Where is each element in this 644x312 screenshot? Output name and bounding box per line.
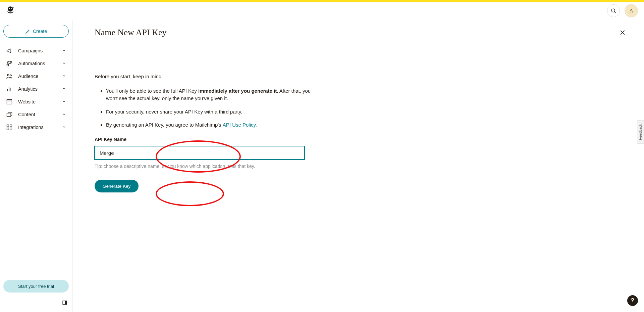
svg-rect-16 — [7, 125, 9, 127]
search-button[interactable] — [607, 4, 620, 17]
notice-item: By generating an API Key, you agree to M… — [106, 121, 314, 129]
svg-line-4 — [614, 11, 615, 13]
feedback-tab[interactable]: Feedback — [637, 120, 644, 144]
nav-integrations[interactable]: Integrations — [0, 121, 72, 134]
svg-point-6 — [10, 61, 12, 62]
chevron-down-icon — [62, 125, 66, 130]
chevron-down-icon — [62, 86, 66, 92]
svg-point-5 — [7, 61, 8, 62]
svg-rect-19 — [10, 128, 12, 130]
search-icon — [611, 8, 616, 14]
notice-item: You'll only be able to see the full API … — [106, 87, 314, 102]
nav-campaigns[interactable]: Campaigns — [0, 44, 72, 57]
svg-rect-15 — [7, 113, 11, 117]
start-trial-button[interactable]: Start your free trial — [3, 280, 69, 293]
megaphone-icon — [6, 47, 13, 54]
chevron-down-icon — [62, 74, 66, 79]
nav-audience[interactable]: Audience — [0, 70, 72, 83]
api-policy-link[interactable]: API Use Policy. — [223, 122, 257, 128]
intro-text: Before you start, keep in mind: — [95, 74, 381, 79]
svg-point-3 — [611, 9, 615, 12]
nav-label: Content — [18, 112, 35, 117]
window-icon — [6, 98, 13, 105]
nav-label: Website — [18, 99, 36, 104]
generate-key-button[interactable]: Generate Key — [95, 180, 139, 192]
svg-rect-7 — [7, 64, 9, 66]
page-title: Name New API Key — [95, 28, 166, 38]
chevron-down-icon — [62, 61, 66, 66]
svg-rect-13 — [7, 99, 12, 104]
nav-list: Campaigns Automations Audience Analytics — [0, 44, 72, 134]
help-button[interactable]: ? — [627, 295, 638, 306]
form-section: Before you start, keep in mind: You'll o… — [72, 45, 381, 192]
bar-chart-icon — [6, 86, 13, 92]
flow-icon — [6, 60, 13, 67]
account-avatar[interactable]: A — [625, 4, 638, 17]
nav-website[interactable]: Website — [0, 95, 72, 108]
svg-rect-17 — [10, 125, 12, 127]
notice-list: You'll only be able to see the full API … — [95, 87, 381, 129]
text: By generating an API Key, you agree to M… — [106, 122, 223, 128]
app-header: A — [0, 2, 644, 20]
svg-point-8 — [7, 74, 9, 76]
main-content: Name New API Key Before you start, keep … — [72, 20, 644, 312]
people-icon — [6, 73, 13, 80]
pencil-icon — [25, 29, 30, 34]
nav-analytics[interactable]: Analytics — [0, 83, 72, 95]
create-button[interactable]: Create — [3, 25, 69, 38]
sidebar: Create Campaigns Automations Audience An… — [0, 20, 72, 312]
layers-icon — [6, 111, 13, 118]
api-key-name-label: API Key Name — [95, 137, 381, 142]
close-icon — [619, 29, 626, 36]
nav-content[interactable]: Content — [0, 108, 72, 121]
api-key-name-input[interactable] — [95, 146, 305, 160]
svg-rect-21 — [65, 301, 67, 305]
text: You'll only be able to see the full API … — [106, 88, 198, 94]
notice-item: For your security, never share your API … — [106, 108, 314, 116]
text-emph: immediately after you generate it. — [198, 88, 278, 94]
chevron-down-icon — [62, 99, 66, 104]
nav-label: Audience — [18, 74, 38, 79]
nav-automations[interactable]: Automations — [0, 57, 72, 70]
nav-label: Analytics — [18, 86, 38, 92]
svg-point-9 — [10, 75, 11, 76]
svg-point-1 — [9, 8, 10, 9]
page-header: Name New API Key — [72, 20, 644, 45]
svg-rect-18 — [7, 128, 9, 130]
grid-icon — [6, 124, 13, 131]
chevron-down-icon — [62, 48, 66, 53]
nav-label: Campaigns — [18, 48, 43, 53]
nav-label: Automations — [18, 61, 45, 66]
close-button[interactable] — [618, 28, 627, 37]
mailchimp-logo[interactable] — [5, 5, 16, 16]
collapse-sidebar-icon[interactable] — [62, 300, 67, 305]
create-label: Create — [33, 29, 47, 34]
nav-label: Integrations — [18, 125, 44, 130]
chevron-down-icon — [62, 112, 66, 117]
input-tip: Tip: choose a descriptive name, so you k… — [95, 164, 381, 169]
svg-point-2 — [11, 8, 12, 9]
